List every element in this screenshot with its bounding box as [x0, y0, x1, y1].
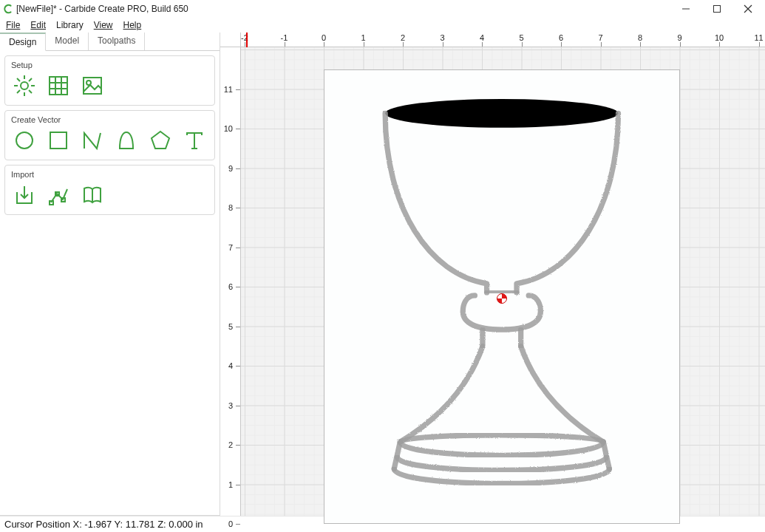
ruler-x-label: 0: [322, 33, 326, 42]
svg-line-11: [29, 78, 32, 81]
ruler-y-label: 1: [228, 480, 233, 489]
svg-line-9: [17, 78, 20, 81]
group-create-vector: Create Vector: [4, 110, 215, 160]
ruler-x-label: 3: [440, 33, 444, 42]
svg-point-20: [16, 132, 33, 149]
canvas-area[interactable]: -2-101234567891011 01234567891011: [220, 33, 765, 516]
ruler-x-label: 6: [559, 33, 563, 42]
svg-rect-21: [50, 132, 67, 149]
ruler-x-label: 7: [598, 33, 602, 42]
svg-line-10: [29, 90, 32, 93]
tool-polygon-button[interactable]: [147, 129, 174, 152]
tab-model[interactable]: Model: [46, 33, 89, 50]
svg-rect-24: [50, 201, 53, 205]
ruler-x-label: 11: [754, 33, 763, 42]
setup-gear-button[interactable]: [11, 74, 38, 98]
menubar: File Edit Library View Help: [0, 18, 765, 33]
ruler-y-label: 5: [228, 322, 233, 331]
group-create-vector-label: Create Vector: [11, 115, 208, 124]
svg-rect-13: [50, 77, 67, 95]
svg-marker-22: [152, 132, 169, 149]
maximize-button[interactable]: [707, 1, 727, 16]
svg-point-4: [21, 82, 28, 89]
panel-tabs: Design Model Toolpaths: [0, 33, 220, 51]
group-setup: Setup: [4, 55, 215, 106]
ruler-cursor-marker: [246, 33, 248, 47]
ruler-x-label: -1: [281, 33, 288, 42]
cursor-position-readout: Cursor Position X: -1.967 Y: 11.781 Z: 0…: [4, 519, 203, 530]
ruler-vertical: 01234567891011: [220, 47, 241, 516]
tool-curve-button[interactable]: [113, 129, 140, 152]
setup-background-button[interactable]: [79, 74, 106, 98]
viewport[interactable]: [241, 47, 765, 516]
ruler-y-label: 2: [228, 440, 233, 449]
group-setup-label: Setup: [11, 61, 208, 69]
titlebar: [NewFile]* - Carbide Create PRO, Build 6…: [0, 0, 765, 18]
ruler-y-label: 7: [228, 243, 233, 252]
import-library-button[interactable]: [79, 183, 106, 207]
window-controls: [676, 1, 758, 16]
tool-text-button[interactable]: [181, 129, 208, 152]
ruler-x-label: 5: [519, 33, 523, 42]
ruler-y-label: 6: [228, 282, 233, 291]
tool-polyline-button[interactable]: [79, 129, 106, 152]
ruler-x-label: 1: [361, 33, 365, 42]
menu-library[interactable]: Library: [56, 20, 84, 30]
app-icon: [3, 4, 13, 14]
menu-edit[interactable]: Edit: [30, 20, 46, 30]
close-button[interactable]: [738, 1, 758, 16]
ruler-y-label: 10: [224, 124, 233, 133]
menu-help[interactable]: Help: [123, 20, 142, 30]
ruler-horizontal: -2-101234567891011: [241, 33, 765, 47]
window-title: [NewFile]* - Carbide Create PRO, Build 6…: [16, 4, 676, 14]
group-import-label: Import: [11, 170, 208, 179]
ruler-x-label: 4: [480, 33, 484, 42]
svg-point-28: [385, 99, 618, 128]
tab-toolpaths[interactable]: Toolpaths: [89, 33, 145, 50]
tab-design[interactable]: Design: [0, 33, 46, 51]
svg-rect-1: [714, 6, 721, 13]
import-trace-button[interactable]: [45, 183, 72, 207]
svg-line-12: [17, 90, 20, 93]
ruler-x-label: 8: [638, 33, 642, 42]
ruler-y-label: 4: [228, 361, 233, 370]
import-file-button[interactable]: [11, 183, 38, 207]
tool-rectangle-button[interactable]: [45, 129, 72, 152]
ruler-x-label: 2: [401, 33, 405, 42]
group-import: Import: [4, 165, 215, 215]
menu-file[interactable]: File: [6, 20, 20, 30]
ruler-y-label: 9: [228, 164, 233, 173]
tool-circle-button[interactable]: [11, 129, 38, 152]
minimize-button[interactable]: [676, 1, 696, 16]
menu-view[interactable]: View: [94, 20, 113, 30]
left-panel: Design Model Toolpaths Setup: [0, 33, 220, 516]
ruler-corner: [220, 33, 241, 47]
ruler-y-label: 0: [228, 519, 233, 528]
ruler-x-label: 10: [715, 33, 724, 42]
ruler-y-label: 11: [224, 85, 233, 94]
ruler-y-label: 3: [228, 401, 233, 410]
ruler-y-label: 8: [228, 203, 233, 212]
setup-grid-button[interactable]: [45, 74, 72, 98]
origin-marker-icon[interactable]: [497, 293, 507, 304]
ruler-x-label: 9: [677, 33, 681, 42]
